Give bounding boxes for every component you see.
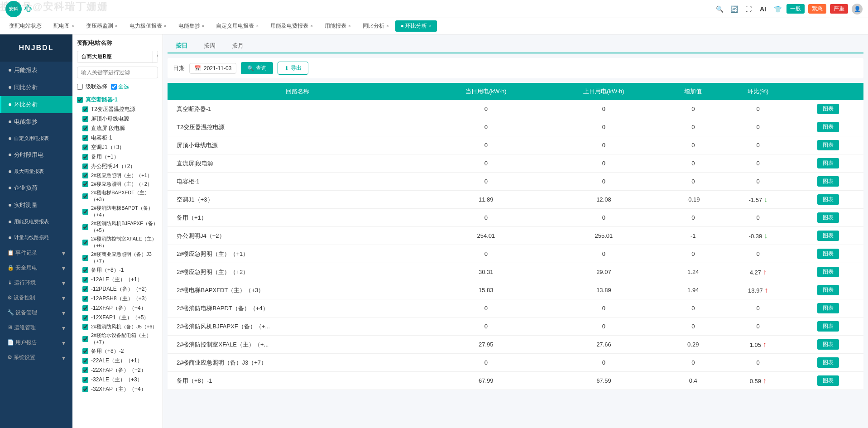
navtab-close-1[interactable]: × bbox=[72, 24, 74, 29]
navtab-close-7[interactable]: × bbox=[348, 24, 351, 29]
tree-node-11[interactable]: 2#楼消防电梯BAPDT（备）（+4） bbox=[82, 204, 158, 219]
badge-danger[interactable]: 严重 bbox=[830, 4, 848, 14]
tree-node-6[interactable]: 备用（+1） bbox=[82, 152, 158, 162]
badge-normal[interactable]: 一般 bbox=[786, 4, 805, 14]
navtab-8[interactable]: 同比分析 × bbox=[357, 20, 394, 32]
tree-node-25[interactable]: -22XFAP（备）（+2） bbox=[82, 365, 158, 375]
navtab-close-3[interactable]: × bbox=[164, 24, 167, 29]
query-button[interactable]: 🔍 查询 bbox=[241, 62, 273, 74]
navtab-7[interactable]: 用能报表 × bbox=[319, 20, 356, 32]
chart-button[interactable]: 图表 bbox=[817, 140, 839, 150]
tree-node-4[interactable]: 电容柜-1 bbox=[82, 133, 158, 143]
sidebar-section-safety[interactable]: 🔒 安全用电▾ bbox=[0, 260, 72, 275]
navtab-9[interactable]: ● 环比分析 × bbox=[395, 20, 437, 32]
navtab-2[interactable]: 变压器监测 × bbox=[81, 20, 123, 32]
refresh-icon[interactable]: 🔄 bbox=[729, 4, 739, 14]
chart-button[interactable]: 图表 bbox=[817, 104, 839, 114]
tree-node-17[interactable]: -12PDALE（备）（+2） bbox=[82, 284, 158, 294]
navtab-close-4[interactable]: × bbox=[202, 24, 205, 29]
date-picker[interactable]: 📅 2021-11-03 bbox=[189, 63, 236, 74]
navtab-4[interactable]: 电能集抄 × bbox=[173, 20, 210, 32]
navtab-6[interactable]: 用能及电费报表 × bbox=[265, 20, 318, 32]
tab-month[interactable]: 按月 bbox=[224, 39, 252, 53]
fullscreen-icon[interactable]: ⛶ bbox=[743, 4, 754, 14]
navtab-close-8[interactable]: × bbox=[386, 24, 389, 29]
tab-day[interactable]: 按日 bbox=[168, 39, 196, 53]
navtab-1[interactable]: 配电图 × bbox=[48, 20, 80, 32]
sidebar-section-devmanage[interactable]: 🔧 设备管理▾ bbox=[0, 305, 72, 320]
ai-icon[interactable]: AI bbox=[758, 4, 768, 14]
tree-node-9[interactable]: 2#楼应急照明（主）（+2） bbox=[82, 180, 158, 188]
sidebar-item-diannengjichao[interactable]: 电能集抄 bbox=[0, 113, 72, 130]
select-all-check[interactable]: 全选 bbox=[111, 82, 129, 91]
export-button[interactable]: ⬇ 导出 bbox=[278, 62, 308, 75]
tree-node-7[interactable]: 办公照明J4（+2） bbox=[82, 162, 158, 171]
chart-button[interactable]: 图表 bbox=[817, 158, 839, 168]
tree-node-root[interactable]: 真空断路器-1 bbox=[77, 95, 158, 105]
tree-node-12[interactable]: 2#楼消防风机BJFAPXF（备）（+5） bbox=[82, 219, 158, 235]
chart-button[interactable]: 图表 bbox=[817, 212, 839, 223]
tree-node-18[interactable]: -12APSH8（主）（+3） bbox=[82, 294, 158, 303]
shirt-icon[interactable]: 👕 bbox=[772, 4, 783, 14]
tree-node-8[interactable]: 2#楼应急照明（主）（+1） bbox=[82, 171, 158, 180]
tree-node-2[interactable]: 屏顶小母线电源 bbox=[82, 114, 158, 124]
tree-node-15[interactable]: 备用（+8）-1 bbox=[82, 265, 158, 275]
sidebar-item-huanbi[interactable]: 环比分析 bbox=[0, 96, 72, 113]
sidebar-item-shishi[interactable]: 实时测量 bbox=[0, 197, 72, 214]
tree-node-26[interactable]: -32ALE（主）（+3） bbox=[82, 375, 158, 385]
sidebar-item-yongnengdianfei[interactable]: 用能及电费报表 bbox=[0, 214, 72, 230]
sidebar-section-events[interactable]: 📋 事件记录▾ bbox=[0, 245, 72, 260]
level-select-check[interactable]: 级联选择 bbox=[77, 82, 107, 91]
chart-button[interactable]: 图表 bbox=[817, 194, 839, 205]
navtab-close-2[interactable]: × bbox=[115, 24, 118, 29]
chart-button[interactable]: 图表 bbox=[817, 303, 839, 313]
tree-node-23[interactable]: 备用（+8）-2 bbox=[82, 346, 158, 356]
tree-node-3[interactable]: 直流屏|段电源 bbox=[82, 124, 158, 133]
chart-button[interactable]: 图表 bbox=[817, 339, 839, 350]
tree-node-22[interactable]: 2#楼给水设备配电箱（主）（+7） bbox=[82, 331, 158, 346]
navtab-5[interactable]: 自定义用电报表 × bbox=[211, 20, 264, 32]
sidebar-item-zuidaxuliang[interactable]: 最大需量报表 bbox=[0, 164, 72, 179]
tree-node-24[interactable]: -22ALE（主）（+1） bbox=[82, 356, 158, 365]
sidebar-item-fenshiduan[interactable]: 分时段用电 bbox=[0, 146, 72, 164]
navtab-3[interactable]: 电力极值报表 × bbox=[124, 20, 172, 32]
sidebar-section-devcontrol[interactable]: ⚙ 设备控制▾ bbox=[0, 290, 72, 305]
sidebar-section-user[interactable]: 📄 用户报告▾ bbox=[0, 335, 72, 350]
chart-button[interactable]: 图表 bbox=[817, 285, 839, 295]
tree-node-5[interactable]: 空调J1（+3） bbox=[82, 143, 158, 152]
chart-button[interactable]: 图表 bbox=[817, 375, 839, 386]
tree-node-16[interactable]: -12ALE（主）（+1） bbox=[82, 275, 158, 284]
tree-node-20[interactable]: -12XFAP1（主）（+5） bbox=[82, 313, 158, 322]
chart-button[interactable]: 图表 bbox=[817, 176, 839, 187]
search-icon[interactable]: 🔍 bbox=[714, 4, 725, 14]
chart-button[interactable]: 图表 bbox=[817, 122, 839, 132]
filter-input[interactable] bbox=[77, 67, 158, 78]
search-input[interactable] bbox=[77, 52, 153, 63]
tree-node-14[interactable]: 2#楼商业应急照明（备）J3（+7） bbox=[82, 250, 158, 265]
chart-button[interactable]: 图表 bbox=[817, 231, 839, 241]
tree-node-1[interactable]: T2变压器温控电源 bbox=[82, 105, 158, 114]
tree-node-10[interactable]: 2#楼电梯BAPXFDT（主）（+3） bbox=[82, 188, 158, 204]
sidebar-section-settings[interactable]: ⚙ 系统设置▾ bbox=[0, 350, 72, 365]
sidebar-item-yongneng[interactable]: 用能报表 bbox=[0, 62, 72, 79]
navtab-close-5[interactable]: × bbox=[256, 24, 259, 29]
navtab-close-9[interactable]: × bbox=[429, 24, 432, 29]
chart-button[interactable]: 图表 bbox=[817, 249, 839, 259]
chart-button[interactable]: 图表 bbox=[817, 267, 839, 277]
tree-node-19[interactable]: -12XFAP（备）（+4） bbox=[82, 303, 158, 313]
sidebar-item-tongbi[interactable]: 同比分析 bbox=[0, 79, 72, 96]
chart-button[interactable]: 图表 bbox=[817, 321, 839, 332]
sidebar-item-qiye[interactable]: 企业负荷 bbox=[0, 179, 72, 197]
search-button[interactable]: 🔍 bbox=[153, 51, 158, 63]
chart-button[interactable]: 图表 bbox=[817, 357, 839, 368]
navtab-close-6[interactable]: × bbox=[310, 24, 313, 29]
user-avatar[interactable]: 👤 bbox=[852, 4, 863, 14]
sidebar-item-jiliang[interactable]: 计量与线路损耗 bbox=[0, 230, 72, 245]
sidebar-section-env[interactable]: 🌡 运行环境▾ bbox=[0, 275, 72, 290]
sidebar-section-ops[interactable]: 🖥 运维管理▾ bbox=[0, 320, 72, 335]
badge-warn[interactable]: 紧急 bbox=[808, 4, 826, 14]
tree-node-27[interactable]: -32XFAP（主）（+4） bbox=[82, 385, 158, 394]
tab-week[interactable]: 按周 bbox=[196, 39, 224, 53]
tree-node-21[interactable]: 2#楼消防风机（备）J5（+6） bbox=[82, 322, 158, 331]
navtab-0[interactable]: 变配电站状态 bbox=[4, 20, 47, 32]
